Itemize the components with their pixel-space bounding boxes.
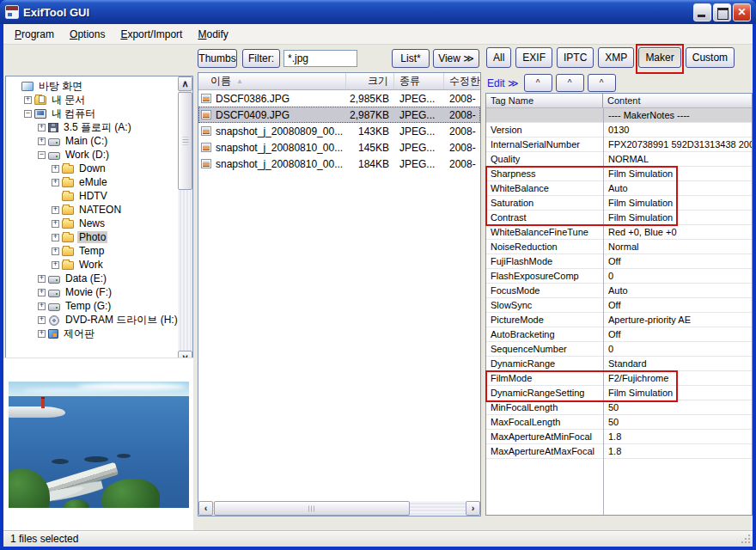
expander-icon[interactable] <box>52 248 59 255</box>
tree-item[interactable]: eMule <box>6 175 178 189</box>
tree-item[interactable]: Work <box>6 258 178 272</box>
tag-row[interactable]: FlashExposureComp 0 <box>486 269 752 284</box>
tree-item[interactable]: 바탕 화면 <box>6 79 178 93</box>
edit-link[interactable]: Edit ≫ <box>487 77 519 89</box>
tab-xmp[interactable]: XMP <box>598 47 634 68</box>
minimize-button[interactable] <box>693 3 711 21</box>
tag-row[interactable]: FocusMode Auto <box>486 284 752 298</box>
file-row[interactable]: snapshot_j_20080810_00... 184KB JPEG... … <box>198 156 480 172</box>
close-button[interactable]: ✕ <box>733 3 751 21</box>
expander-icon[interactable] <box>24 96 32 104</box>
collapse-button[interactable]: ^ <box>556 74 584 92</box>
tree-item[interactable]: 3.5 플로피 (A:) <box>6 120 178 134</box>
expander-icon[interactable] <box>38 124 46 131</box>
collapse-button[interactable]: ^ <box>588 74 616 92</box>
tree-item[interactable]: Temp <box>6 244 178 258</box>
column-tag-name[interactable]: Tag Name <box>486 94 603 107</box>
column-size[interactable]: 크기 <box>346 73 394 89</box>
tree-item[interactable]: News <box>6 217 178 230</box>
tree-vscrollbar[interactable]: ∧ ∨ <box>178 76 192 365</box>
column-name[interactable]: 이름 ▲ <box>198 73 346 89</box>
expander-icon[interactable] <box>52 234 59 241</box>
tab-all[interactable]: All <box>486 47 511 68</box>
tree-item[interactable]: Temp (G:) <box>6 299 178 313</box>
tree-item[interactable]: 내 문서 <box>6 93 178 107</box>
tag-row[interactable]: Saturation Film Simulation <box>486 196 752 211</box>
scroll-right-icon[interactable]: › <box>466 501 480 516</box>
column-type[interactable]: 종류 <box>394 73 444 89</box>
tab-iptc[interactable]: IPTC <box>557 47 594 68</box>
expander-icon[interactable] <box>24 110 32 118</box>
tag-row[interactable]: MaxFocalLength 50 <box>486 415 752 430</box>
tag-row[interactable]: MinFocalLength 50 <box>486 400 752 415</box>
tag-row[interactable]: ---- MakerNotes ---- <box>486 108 752 123</box>
expander-icon[interactable] <box>52 261 59 269</box>
menu-options[interactable]: Options <box>62 25 113 44</box>
filter-input[interactable] <box>284 50 357 67</box>
view-button[interactable]: View ≫ <box>433 49 479 68</box>
tag-row[interactable]: FujiFlashMode Off <box>486 254 752 269</box>
expander-icon[interactable] <box>38 289 46 296</box>
resize-grip-icon[interactable] <box>748 541 750 543</box>
menu-modify[interactable]: Modify <box>190 25 235 44</box>
expander-icon[interactable] <box>52 179 59 186</box>
filter-button[interactable]: Filter: <box>242 49 280 68</box>
column-content[interactable]: Content <box>603 94 752 107</box>
tree-item[interactable]: 내 컴퓨터 <box>6 107 178 120</box>
tree-item[interactable]: Photo <box>6 230 178 244</box>
tree-item[interactable]: Movie (F:) <box>6 285 178 299</box>
expander-icon[interactable] <box>38 302 46 310</box>
tab-custom[interactable]: Custom <box>686 47 735 68</box>
tree-item[interactable]: Down <box>6 162 178 175</box>
expander-icon[interactable] <box>52 206 59 214</box>
tree-item[interactable]: DVD-RAM 드라이브 (H:) <box>6 313 178 327</box>
tag-row[interactable]: WhiteBalance Auto <box>486 181 752 196</box>
tag-row[interactable]: SequenceNumber 0 <box>486 342 752 357</box>
expander-icon[interactable] <box>38 275 46 283</box>
expander-icon[interactable] <box>52 165 59 173</box>
file-row[interactable]: snapshot_j_20080810_00... 145KB JPEG... … <box>198 139 480 156</box>
tree-item[interactable]: Work (D:) <box>6 148 178 162</box>
list-button[interactable]: List* <box>392 49 430 68</box>
column-modified[interactable]: 수정한 <box>444 73 480 89</box>
file-hscroll-thumb[interactable] <box>214 501 410 516</box>
expander-icon[interactable] <box>38 138 46 145</box>
tree-item[interactable]: NATEON <box>6 203 178 217</box>
expander-icon[interactable] <box>38 151 46 159</box>
tag-row[interactable]: DynamicRangeSetting Film Simulation <box>486 386 752 400</box>
tree-item[interactable]: 제어판 <box>6 327 178 340</box>
tag-row[interactable]: MaxApertureAtMaxFocal 1.8 <box>486 444 752 459</box>
tag-row[interactable]: Version 0130 <box>486 123 752 138</box>
tag-row[interactable]: FilmMode F2/Fujichrome <box>486 371 752 386</box>
tag-row[interactable]: Sharpness Film Simulation <box>486 167 752 181</box>
menu-program[interactable]: Program <box>7 25 62 44</box>
tag-row[interactable]: Quality NORMAL <box>486 152 752 167</box>
tag-row[interactable]: InternalSerialNumber FPX20738991 592D313… <box>486 138 752 152</box>
tab-exif[interactable]: EXIF <box>515 47 552 68</box>
file-row[interactable]: DSCF0386.JPG 2,985KB JPEG... 2008- <box>198 90 480 107</box>
scroll-left-icon[interactable]: ‹ <box>198 501 213 516</box>
file-row[interactable]: snapshot_j_20080809_00... 143KB JPEG... … <box>198 123 480 139</box>
tag-row[interactable]: DynamicRange Standard <box>486 357 752 371</box>
menu-export-import[interactable]: Export/Import <box>113 25 190 44</box>
tree-item[interactable]: HDTV <box>6 189 178 203</box>
collapse-button[interactable]: ^ <box>524 74 552 92</box>
expander-icon[interactable] <box>52 220 59 228</box>
tag-row[interactable]: WhiteBalanceFineTune Red +0, Blue +0 <box>486 225 752 240</box>
tree-vscroll-thumb[interactable] <box>178 92 192 190</box>
tag-row[interactable]: PictureMode Aperture-priority AE <box>486 313 752 327</box>
tag-row[interactable]: Contrast Film Simulation <box>486 211 752 225</box>
file-list-hscrollbar[interactable]: ‹ › <box>198 501 480 516</box>
file-row[interactable]: DSCF0409.JPG 2,987KB JPEG... 2008- <box>198 107 480 123</box>
tag-row[interactable]: MaxApertureAtMinFocal 1.8 <box>486 430 752 444</box>
tag-row[interactable]: AutoBracketing Off <box>486 327 752 342</box>
tag-row[interactable]: SlowSync Off <box>486 298 752 313</box>
expander-icon[interactable] <box>38 330 46 338</box>
tree-item[interactable]: Main (C:) <box>6 134 178 148</box>
tree-item[interactable]: Data (E:) <box>6 272 178 285</box>
scroll-up-icon[interactable]: ∧ <box>178 76 192 91</box>
tag-row[interactable]: NoiseReduction Normal <box>486 240 752 254</box>
thumbs-button[interactable]: Thumbs <box>198 49 237 68</box>
maximize-button[interactable] <box>713 3 731 21</box>
tab-maker[interactable]: Maker <box>638 47 680 68</box>
